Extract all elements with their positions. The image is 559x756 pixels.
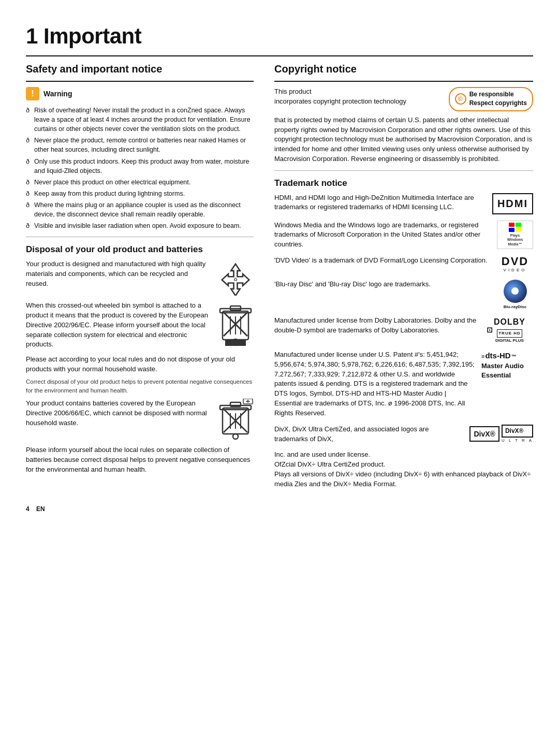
dvd-text: 'DVD Video' is a trademark of DVD Format… [274, 256, 491, 266]
safety-item-1: Risk of overheating! Never install the p… [26, 106, 254, 134]
dolby-row: Manufactured under license from Dolby La… [274, 316, 533, 344]
trademark-title: Trademark notice [274, 177, 533, 190]
warning-icon: ! [26, 87, 39, 100]
copyright-para: that is protected by method claims of ce… [274, 115, 533, 164]
bluray-text: 'Blu-ray Disc' and 'Blu-ray Disc' logo a… [274, 280, 491, 289]
windows-text: Windows Media and the Windows logo are t… [274, 221, 491, 250]
disposal-para-3: Please act according to your local rules… [26, 355, 254, 374]
disposal-row-3: Your product contains batteries covered … [26, 399, 254, 440]
divx-text: DivX, DivX Ultra CertiZed, and associate… [274, 425, 463, 444]
badge-text: Be responsible Respect copyrights [469, 90, 527, 108]
right-column: Copyright notice This product incorporat… [274, 62, 533, 489]
dolby-text: Manufactured under license from Dolby La… [274, 316, 480, 336]
bluray-row: 'Blu-ray Disc' and 'Blu-ray Disc' logo a… [274, 280, 533, 310]
disposal-divider [26, 237, 254, 237]
safety-title: Safety and important notice [26, 62, 254, 77]
windows-media-logo: PlaysWindowsMedia™ [497, 221, 533, 249]
badge-line2: Respect copyrights [469, 99, 527, 108]
bluray-logo: Blu-rayDisc [497, 280, 533, 310]
divx-text2: Inc. and are used under license. [274, 450, 533, 460]
safety-item-6: Where the mains plug or an appliance cou… [26, 200, 254, 219]
svg-rect-10 [225, 340, 246, 346]
disposal-para-2: When this crossed-out wheeled bin symbol… [26, 301, 211, 350]
disposal-title: Disposal of your old product and batteri… [26, 243, 254, 256]
safety-item-4: Never place this product on other electr… [26, 178, 254, 187]
disposal-para-1: Your product is designed and manufacture… [26, 259, 211, 289]
disposal-section: Disposal of your old product and batteri… [26, 243, 254, 474]
hdmi-row: HDMI, and HDMI logo and High-DeZnition M… [274, 193, 533, 214]
wheeled-bin-icon [217, 301, 254, 347]
hdmi-text: HDMI, and HDMI logo and High-DeZnition M… [274, 193, 486, 213]
disposal-row-2: When this crossed-out wheeled bin symbol… [26, 301, 254, 350]
svg-point-17 [233, 434, 238, 439]
divx-text4: Plays all versions of DivX÷ video (inclu… [274, 470, 533, 489]
dvd-logo: DVD VIDEO [497, 256, 533, 273]
trademark-divider [274, 170, 533, 171]
page-title: 1 Important [26, 21, 533, 52]
disposal-para-5: Please inform yourself about the local r… [26, 445, 254, 475]
divx-logos: DivX® DivX® U L T R A [469, 425, 533, 444]
dolby-logo: ⊡ DOLBY TRUE HD DIGITAL PLUS [487, 316, 533, 344]
disposal-para-4: Your product contains batteries covered … [26, 399, 211, 428]
copyright-circle-icon: © [455, 93, 466, 105]
copyright-title: Copyright notice [274, 62, 533, 77]
safety-list: Risk of overheating! Never install the p… [26, 106, 254, 231]
dts-row: Manufactured under license under U.S. Pa… [274, 350, 533, 418]
dvd-row: 'DVD Video' is a trademark of DVD Format… [274, 256, 533, 273]
divx-ultra-logo: DivX® U L T R A [502, 425, 533, 444]
page-number: 4 EN [26, 505, 533, 514]
badge-line1: Be responsible [469, 90, 527, 99]
disposal-small-text: Correct disposal of your old product hel… [26, 377, 254, 395]
svg-rect-13 [230, 402, 241, 406]
dts-logo: ≡ dts-HD ™ Master Audio Essential [481, 350, 533, 381]
safety-item-2: Never place the product, remote control … [26, 136, 254, 154]
warning-box: ! Warning [26, 87, 254, 100]
warning-label: Warning [43, 89, 72, 99]
battery-bin-icon [217, 399, 254, 440]
hdmi-logo: HDMI [492, 193, 533, 214]
divx-box-logo: DivX® [469, 426, 499, 442]
disposal-row-1: Your product is designed and manufacture… [26, 259, 254, 296]
windows-row: Windows Media and the Windows logo are t… [274, 221, 533, 250]
left-column: Safety and important notice ! Warning Ri… [26, 62, 254, 489]
title-divider [26, 55, 533, 56]
svg-text:♻: ♻ [233, 277, 238, 282]
copyright-this-product: This product incorporates copyright prot… [274, 87, 444, 107]
safety-item-3: Only use this product indoors. Keep this… [26, 157, 254, 176]
divx-row: DivX, DivX Ultra CertiZed, and associate… [274, 425, 533, 444]
copyright-divider [274, 81, 533, 82]
safety-item-7: Visible and invisible laser radiation wh… [26, 221, 254, 230]
safety-item-5: Keep away from this product during light… [26, 189, 254, 198]
recycle-icon: ♻ [217, 259, 254, 296]
safety-divider [26, 81, 254, 82]
dts-text: Manufactured under license under U.S. Pa… [274, 350, 475, 418]
responsible-badge: © Be responsible Respect copyrights [449, 87, 533, 111]
divx-text3: OfZcial DivX÷ Ultra CertiZed product. [274, 460, 533, 470]
